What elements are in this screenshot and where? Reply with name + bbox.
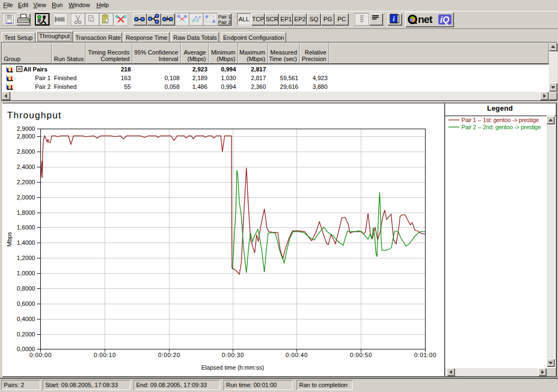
svg-text:0:00:00: 0:00:00 <box>29 352 52 358</box>
svg-text:2,4000: 2,4000 <box>17 164 35 170</box>
svg-text:0:00:20: 0:00:20 <box>158 352 180 358</box>
svg-text:1,0000: 1,0000 <box>17 270 35 276</box>
svg-text:0:01:00: 0:01:00 <box>414 352 436 358</box>
svg-text:Elapsed time (h:mm:ss): Elapsed time (h:mm:ss) <box>201 364 264 371</box>
svg-text:1,2000: 1,2000 <box>17 255 35 261</box>
svg-text:1,4000: 1,4000 <box>17 239 35 246</box>
svg-text:2,6000: 2,6000 <box>17 148 35 155</box>
svg-text:0:00:40: 0:00:40 <box>286 352 308 358</box>
svg-text:1,8000: 1,8000 <box>17 209 35 216</box>
svg-text:2,2000: 2,2000 <box>17 179 35 185</box>
svg-text:0:00:50: 0:00:50 <box>350 352 372 358</box>
svg-text:0,8000: 0,8000 <box>17 285 35 292</box>
svg-text:0,2000: 0,2000 <box>17 331 35 337</box>
svg-text:0:00:30: 0:00:30 <box>222 352 244 358</box>
svg-text:Throughput: Throughput <box>7 110 62 120</box>
svg-text:0:00:10: 0:00:10 <box>94 352 116 358</box>
svg-text:2,0000: 2,0000 <box>17 194 35 201</box>
svg-text:2,8000: 2,8000 <box>17 133 35 140</box>
svg-text:2,9000: 2,9000 <box>17 125 35 132</box>
svg-text:Mbps: Mbps <box>6 232 13 246</box>
svg-text:net: net <box>418 14 433 25</box>
svg-text:0,6000: 0,6000 <box>17 300 35 307</box>
svg-text:0,4000: 0,4000 <box>17 316 35 322</box>
svg-text:1,6000: 1,6000 <box>17 224 35 231</box>
svg-text:iQ: iQ <box>440 15 450 25</box>
